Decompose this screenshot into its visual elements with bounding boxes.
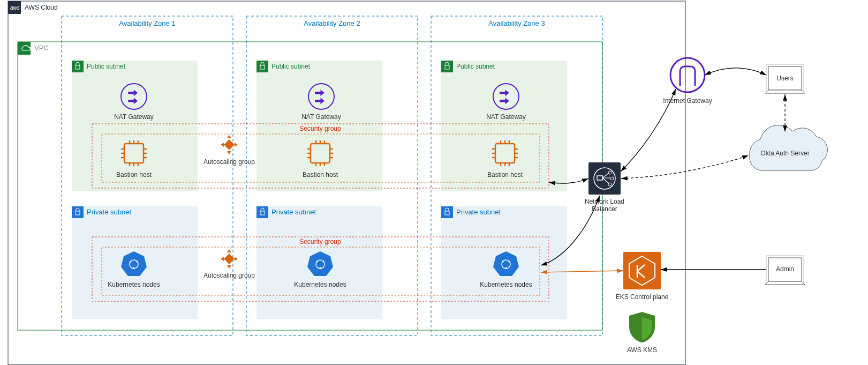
public-subnet-label: Public subnet [87,63,126,70]
aws-cloud-label: AWS Cloud [25,4,58,11]
public-subnet-label: Public subnet [456,63,495,70]
svg-rect-39 [588,162,621,195]
svg-point-36 [502,261,504,263]
vpc-label: VPC [34,44,49,52]
okta-label: Okta Auth Server [760,150,809,157]
admin-icon: Admin [765,256,805,285]
eks-label: EKS Control plane [616,293,669,301]
svg-point-29 [137,261,138,263]
svg-point-37 [509,261,510,263]
svg-point-30 [133,267,135,269]
svg-point-28 [130,261,132,263]
private-subnet-label: Private subnet [87,208,131,216]
nat-gateway-label: NAT Gateway [114,113,154,121]
eks-control-plane-icon: EKS Control plane [616,252,669,301]
network-load-balancer-icon: Network Load Balancer Network Load Balan… [585,162,624,213]
svg-point-33 [323,261,324,263]
svg-point-38 [505,267,507,269]
aws-logo-text: aws [10,5,20,11]
connector [705,68,766,75]
svg-point-34 [320,267,321,269]
connector [621,155,749,178]
autoscaling-label: Autoscaling group [203,158,255,166]
admin-label: Admin [776,265,794,273]
users-label: Users [776,75,793,82]
kubernetes-nodes-label: Kubernetes nodes [480,281,532,288]
nlb-label-line1: Network Load [585,198,624,205]
bastion-host-label: Bastion host [487,171,523,178]
bastion-host-label: Bastion host [116,171,152,178]
svg-point-32 [316,261,318,263]
az-label: Availability Zone 2 [304,19,360,27]
vpc-badge [18,42,31,55]
svg-point-46 [670,58,705,92]
security-group-label: Security group [299,238,341,245]
users-icon: Users [765,64,805,93]
nat-gateway-label: NAT Gateway [301,113,341,121]
bastion-host-label: Bastion host [303,171,338,178]
autoscaling-icon: Autoscaling group [203,249,255,279]
public-subnet-label: Public subnet [271,63,311,70]
az-label: Availability Zone 3 [488,19,545,27]
kms-label: AWS KMS [627,346,657,354]
kubernetes-nodes-label: Kubernetes nodes [294,281,346,288]
internet-gateway-icon: Internet Gateway [663,58,712,105]
nat-gateway-label: NAT Gateway [486,113,526,121]
okta-auth-server-icon: Okta Auth Server [750,125,828,170]
kubernetes-nodes-label: Kubernetes nodes [108,281,160,288]
security-group-label: Security group [299,125,341,132]
private-subnet-label: Private subnet [271,208,316,216]
autoscaling-icon: Autoscaling group [203,135,255,166]
az-label: Availability Zone 1 [119,19,175,27]
aws-kms-icon: AWS KMS [627,312,657,354]
private-subnet-label: Private subnet [456,208,501,216]
autoscaling-label: Autoscaling group [203,272,255,279]
